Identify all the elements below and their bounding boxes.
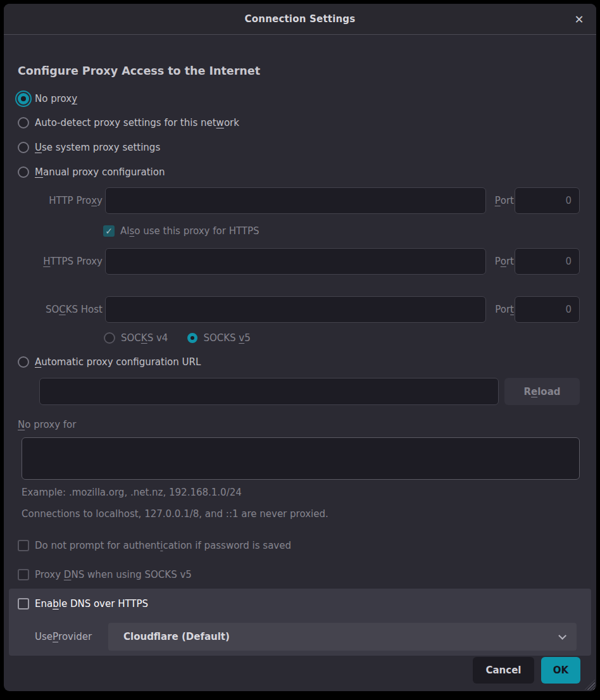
checkbox-row-no-prompt-auth[interactable]: Do not prompt for authentication if pass… [18, 537, 291, 554]
resize-grip[interactable] [585, 680, 595, 690]
checkbox-enable-doh[interactable] [18, 598, 29, 609]
http-port-input[interactable] [515, 187, 580, 214]
checkbox-row-proxy-dns[interactable]: Proxy DNS when using SOCKS v5 [18, 566, 192, 583]
doh-provider-dropdown[interactable]: Cloudflare (Default) [108, 623, 577, 651]
dialog-title: Connection Settings [245, 13, 356, 25]
checkbox-row-enable-doh[interactable]: Enable DNS over HTTPS [18, 596, 148, 612]
radio-manual-proxy-label: Manual proxy configuration [35, 166, 165, 178]
radio-row-manual-proxy[interactable]: Manual proxy configuration [18, 164, 165, 180]
socks-port-input[interactable] [515, 296, 580, 323]
radio-manual-proxy[interactable] [18, 166, 29, 178]
http-port-label: Port [484, 187, 514, 214]
checkbox-no-prompt-auth[interactable] [18, 540, 29, 551]
no-proxy-note-text: Connections to localhost, 127.0.0.1/8, a… [22, 508, 328, 520]
socks-version-radios: SOCKS v4 SOCKS v5 [104, 330, 251, 346]
radio-socks-v4[interactable] [104, 332, 115, 344]
checkbox-proxy-dns[interactable] [18, 569, 29, 580]
no-proxy-for-label: No proxy for [18, 416, 76, 433]
ok-button[interactable]: OK [541, 657, 580, 684]
radio-row-auto-detect[interactable]: Auto-detect proxy settings for this netw… [18, 115, 239, 131]
https-proxy-input[interactable] [105, 248, 486, 275]
http-proxy-input[interactable] [105, 187, 486, 214]
close-icon[interactable]: ✕ [570, 9, 589, 28]
chevron-down-icon [558, 632, 566, 640]
checkbox-row-also-https[interactable]: Also use this proxy for HTTPS [103, 223, 259, 239]
radio-autoconfig-label: Automatic proxy configuration URL [35, 356, 201, 368]
dialog-titlebar: Connection Settings ✕ [4, 4, 596, 35]
reload-button[interactable]: Reload [504, 378, 580, 405]
connection-settings-dialog: Connection Settings ✕ Configure Proxy Ac… [4, 4, 596, 691]
checkbox-enable-doh-label: Enable DNS over HTTPS [35, 598, 148, 609]
radio-auto-detect-label: Auto-detect proxy settings for this netw… [35, 117, 239, 128]
https-proxy-label: HTTPS Proxy [18, 248, 103, 275]
radio-row-autoconfig[interactable]: Automatic proxy configuration URL [18, 354, 201, 370]
https-port-input[interactable] [515, 248, 580, 275]
radio-socks-v5[interactable] [187, 333, 197, 343]
https-port-label: Port [484, 248, 514, 275]
radio-no-proxy-label: No proxy [35, 93, 77, 104]
no-proxy-for-textarea[interactable] [22, 437, 580, 480]
socks-host-input[interactable] [105, 296, 486, 323]
radio-no-proxy[interactable] [18, 93, 29, 104]
socks-port-label: Port [484, 296, 514, 323]
socks-host-label: SOCKS Host [18, 296, 103, 323]
checkbox-no-prompt-auth-label: Do not prompt for authentication if pass… [35, 540, 291, 551]
http-proxy-label: HTTP Proxy [18, 187, 103, 214]
radio-autoconfig[interactable] [18, 356, 29, 368]
radio-system-proxy-label: Use system proxy settings [35, 142, 160, 153]
checkbox-also-https-label: Also use this proxy for HTTPS [120, 225, 259, 237]
doh-provider-selected-value: Cloudflare (Default) [123, 631, 230, 642]
no-proxy-example-text: Example: .mozilla.org, .net.nz, 192.168.… [22, 487, 242, 498]
autoconfig-url-input[interactable] [39, 378, 499, 405]
radio-socks-v4-label: SOCKS v4 [121, 332, 168, 344]
checkbox-also-https[interactable] [103, 225, 115, 237]
radio-auto-detect[interactable] [18, 117, 29, 128]
radio-system-proxy[interactable] [18, 142, 29, 153]
radio-row-system-proxy[interactable]: Use system proxy settings [18, 139, 160, 156]
radio-socks-v5-label: SOCKS v5 [203, 332, 250, 344]
cancel-button[interactable]: Cancel [473, 657, 534, 684]
radio-row-no-proxy[interactable]: No proxy [18, 91, 77, 107]
checkbox-proxy-dns-label: Proxy DNS when using SOCKS v5 [35, 569, 192, 580]
page-title: Configure Proxy Access to the Internet [18, 65, 260, 77]
doh-provider-label: Use Provider [35, 623, 105, 651]
